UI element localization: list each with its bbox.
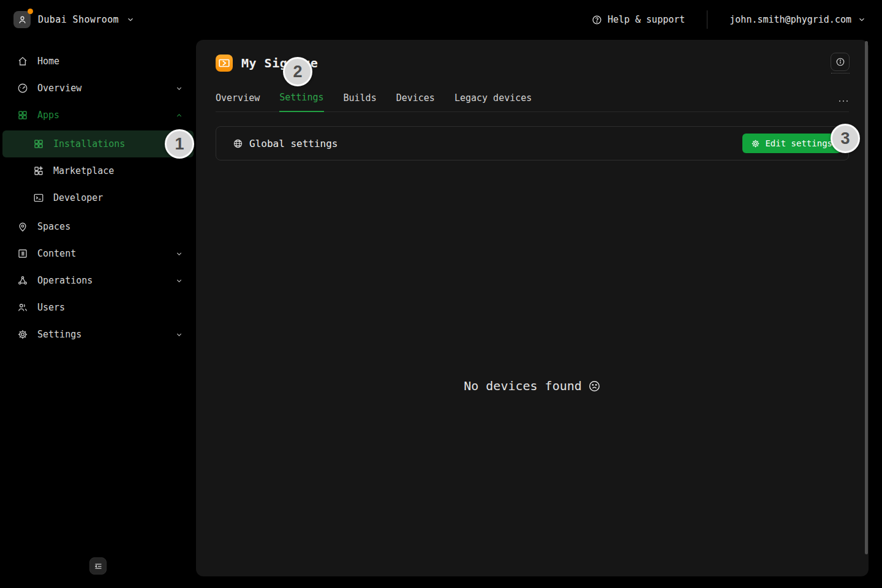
- sidebar-item-label: Installations: [53, 138, 125, 149]
- annotation-badge-1: 1: [165, 129, 194, 159]
- info-button[interactable]: [831, 53, 850, 71]
- users-icon: [17, 302, 28, 313]
- sidebar-item-label: Spaces: [37, 221, 70, 232]
- sidebar-item-apps[interactable]: Apps: [0, 102, 196, 129]
- app-icon: [216, 55, 233, 72]
- home-icon: [17, 56, 28, 67]
- sidebar-item-operations[interactable]: Operations: [0, 267, 196, 294]
- sidebar-item-label: Overview: [37, 83, 81, 94]
- chevron-down-icon: [175, 331, 183, 339]
- header-right: [831, 53, 850, 74]
- sidebar-item-label: Apps: [37, 110, 59, 121]
- user-email: john.smith@phygrid.com: [729, 14, 851, 25]
- sidebar-item-users[interactable]: Users: [0, 294, 196, 321]
- tab-devices[interactable]: Devices: [396, 92, 435, 111]
- tab-bar: Overview Settings Builds Devices Legacy …: [216, 92, 849, 112]
- sidebar-item-home[interactable]: Home: [0, 48, 196, 75]
- scrollbar[interactable]: [865, 41, 868, 554]
- sidebar-item-developer[interactable]: Developer: [0, 184, 196, 211]
- topbar-divider: [707, 10, 707, 29]
- terminal-icon: [33, 192, 44, 203]
- sidebar-item-label: Settings: [37, 329, 81, 340]
- sidebar-item-label: Users: [37, 302, 65, 313]
- sidebar-item-label: Home: [37, 56, 59, 67]
- tab-settings[interactable]: Settings: [279, 92, 323, 112]
- chevron-up-icon: [175, 111, 183, 119]
- sidebar: Home Overview Apps Installations Marketp…: [0, 39, 196, 588]
- global-settings-label: Global settings: [249, 138, 338, 149]
- chevron-down-icon: [175, 85, 183, 92]
- map-pin-icon: [17, 221, 28, 232]
- edit-settings-button[interactable]: Edit settings: [742, 134, 841, 153]
- person-icon: [13, 11, 31, 28]
- sidebar-item-label: Developer: [53, 192, 103, 203]
- tab-legacy-devices[interactable]: Legacy devices: [454, 92, 532, 111]
- sidebar-item-settings[interactable]: Settings: [0, 321, 196, 348]
- help-support-label: Help & support: [608, 14, 685, 25]
- tab-overview[interactable]: Overview: [216, 92, 260, 111]
- org-name: Dubai Showroom: [38, 14, 119, 25]
- help-support-link[interactable]: Help & support: [592, 14, 685, 25]
- chevron-down-icon: [126, 15, 135, 24]
- info-icon: [835, 57, 845, 67]
- sidebar-item-content[interactable]: Content: [0, 240, 196, 267]
- annotation-badge-3: 3: [831, 124, 860, 153]
- gear-icon: [751, 139, 760, 148]
- empty-state: No devices found: [196, 379, 869, 393]
- annotation-badge-2: 2: [283, 57, 312, 86]
- tab-builds[interactable]: Builds: [344, 92, 377, 111]
- sidebar-item-marketplace[interactable]: Marketplace: [0, 157, 196, 184]
- chevron-down-icon: [175, 250, 183, 258]
- notification-dot: [28, 9, 33, 14]
- ellipsis-icon: [838, 99, 849, 104]
- sidebar-item-label: Content: [37, 248, 76, 259]
- help-icon: [592, 15, 602, 25]
- global-settings-row: Global settings Edit settings: [216, 126, 849, 160]
- network-icon: [17, 275, 28, 286]
- sidebar-item-spaces[interactable]: Spaces: [0, 213, 196, 240]
- grid-icon: [17, 110, 28, 121]
- gear-icon: [17, 329, 28, 340]
- user-menu[interactable]: john.smith@phygrid.com: [729, 14, 866, 25]
- tooltip-underline: [831, 73, 850, 74]
- chevron-down-icon: [175, 277, 183, 285]
- more-menu-button[interactable]: [838, 99, 849, 111]
- avatar: [13, 11, 31, 28]
- sidebar-item-label: Marketplace: [53, 165, 114, 176]
- main-panel: My Signage Overview Settings Builds Devi…: [196, 40, 869, 576]
- globe-icon: [233, 138, 243, 149]
- sidebar-item-overview[interactable]: Overview: [0, 75, 196, 102]
- org-switcher[interactable]: Dubai Showroom: [13, 11, 135, 28]
- document-list-icon: [17, 248, 28, 259]
- collapse-sidebar-button[interactable]: [89, 557, 107, 575]
- sidebar-item-label: Operations: [37, 275, 92, 286]
- chevron-down-icon: [858, 15, 866, 24]
- grid-icon: [33, 138, 44, 149]
- topbar-right: Help & support john.smith@phygrid.com: [592, 10, 882, 29]
- collapse-sidebar-icon: [94, 562, 103, 571]
- marketplace-icon: [33, 165, 44, 176]
- gauge-icon: [17, 83, 28, 94]
- sad-face-icon: [588, 380, 601, 393]
- empty-state-text: No devices found: [464, 379, 582, 393]
- topbar: Dubai Showroom Help & support john.smith…: [0, 0, 882, 39]
- global-settings-label-group: Global settings: [233, 138, 338, 149]
- edit-settings-label: Edit settings: [765, 138, 832, 148]
